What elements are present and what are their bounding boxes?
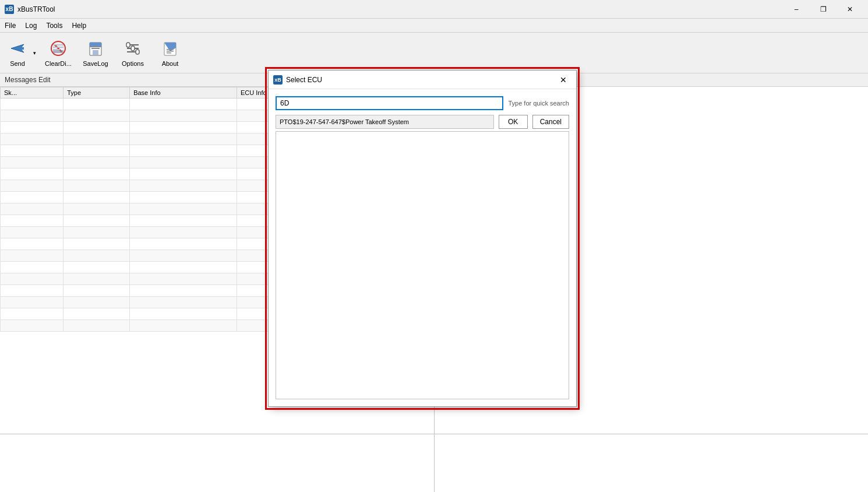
send-button[interactable]: Send — [5, 36, 30, 70]
search-hint: Type for quick search — [508, 100, 569, 107]
menu-file[interactable]: File — [0, 20, 20, 31]
dialog-body: Type for quick search PTO$19-247-547-647… — [269, 89, 576, 406]
clear-display-button[interactable]: ClearDi... — [41, 36, 76, 70]
bottom-left-panel — [0, 434, 435, 492]
app-icon: xB — [5, 5, 14, 14]
toolbar: Send ▾ ClearDi... — [0, 33, 868, 73]
close-button[interactable]: ✕ — [837, 0, 863, 19]
dialog-icon: xB — [273, 75, 283, 85]
svg-rect-5 — [53, 44, 63, 45]
dialog-titlebar: xB Select ECU ✕ — [269, 71, 576, 89]
svg-rect-1 — [19, 47, 24, 50]
col-type: Type — [63, 87, 130, 99]
col-base-info: Base Info — [130, 87, 237, 99]
menu-bar: File Log Tools Help — [0, 19, 868, 33]
svg-rect-21 — [167, 49, 174, 50]
app-title: xBusTRTool — [17, 5, 783, 13]
svg-rect-12 — [91, 46, 100, 47]
minimize-button[interactable]: – — [783, 0, 810, 19]
col-sk: Sk... — [1, 87, 63, 99]
menu-tools[interactable]: Tools — [41, 20, 67, 31]
about-icon — [161, 39, 179, 58]
svg-rect-16 — [126, 43, 130, 47]
svg-rect-17 — [131, 46, 135, 51]
title-bar: xB xBusTRTool – ❐ ✕ — [0, 0, 868, 19]
svg-rect-4 — [53, 50, 63, 53]
menu-help[interactable]: Help — [67, 20, 91, 31]
dialog-close-button[interactable]: ✕ — [555, 72, 571, 88]
clear-display-icon — [49, 39, 68, 58]
send-icon — [8, 39, 27, 58]
search-input[interactable] — [276, 96, 503, 110]
send-dropdown-button[interactable]: ▾ — [30, 36, 38, 70]
search-row: Type for quick search — [276, 96, 569, 110]
window-controls: – ❐ ✕ — [783, 0, 863, 19]
svg-rect-11 — [91, 48, 100, 49]
ecu-list-box[interactable] — [276, 131, 569, 399]
menu-log[interactable]: Log — [20, 20, 41, 31]
result-item: PTO$19-247-547-647$Power Takeoff System — [276, 115, 494, 129]
save-log-button[interactable]: SaveLog — [78, 36, 113, 70]
svg-rect-7 — [53, 49, 60, 50]
restore-button[interactable]: ❐ — [810, 0, 837, 19]
svg-rect-6 — [53, 47, 63, 48]
send-btn-wrapper: Send ▾ — [5, 36, 38, 70]
cancel-button[interactable]: Cancel — [532, 115, 569, 129]
svg-rect-23 — [167, 52, 171, 54]
bottom-right-panel — [435, 434, 869, 492]
svg-rect-18 — [136, 50, 139, 54]
save-log-icon — [86, 39, 105, 58]
svg-rect-10 — [93, 50, 98, 55]
select-ecu-dialog: xB Select ECU ✕ Type for quick search PT… — [268, 70, 577, 407]
result-row: PTO$19-247-547-647$Power Takeoff System … — [276, 115, 569, 129]
svg-rect-22 — [167, 51, 174, 52]
bottom-area — [0, 434, 868, 492]
ok-button[interactable]: OK — [499, 115, 528, 129]
dialog-title: Select ECU — [286, 76, 555, 84]
about-button[interactable]: About — [153, 36, 188, 70]
options-icon — [124, 39, 142, 58]
options-button[interactable]: Options — [115, 36, 150, 70]
